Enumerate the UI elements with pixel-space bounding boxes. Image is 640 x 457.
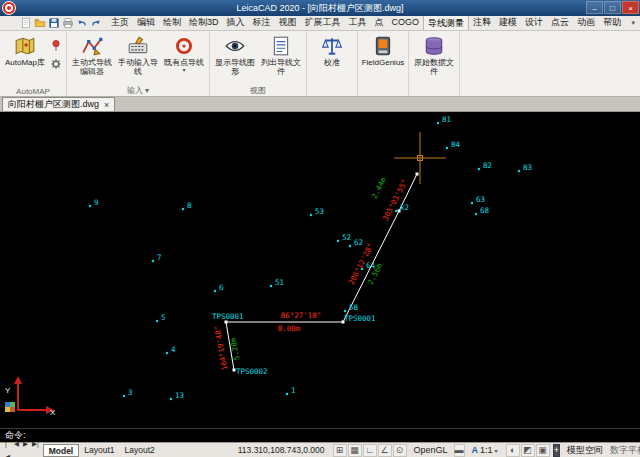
tab-绘制3D[interactable]: 绘制3D (185, 15, 223, 30)
tab-插入[interactable]: 插入 (223, 15, 249, 30)
ribbon-group-label: 输入 ▾ (67, 85, 209, 96)
point-label: 81 (442, 115, 451, 124)
point-label: 58 (349, 303, 358, 312)
ribbon-group-输入: 主动式导线编辑器手动输入导线既有点导线▾输入 ▾ (67, 31, 210, 97)
svg-text:Y: Y (5, 386, 11, 395)
annotation-scale-button[interactable]: A 1:1 ▾ (472, 445, 498, 455)
point-label: 7 (157, 253, 162, 262)
save-icon[interactable] (47, 16, 61, 30)
point-label: 68 (480, 206, 489, 215)
tab-绘制[interactable]: 绘制 (159, 15, 185, 30)
drawing-toggle-icons: ⊞▦∟∠⊙ (333, 444, 407, 457)
new-file-icon[interactable] (19, 16, 33, 30)
layout-nav-buttons: |◀◀▶▶| (3, 437, 41, 457)
ribbon-button-label: 主动式导线编辑器 (69, 58, 115, 76)
status-bar: |◀◀▶▶| ModelLayout1Layout2 113.310,108.7… (0, 442, 640, 457)
list-traverse-files-button[interactable]: 列出导线文件 (258, 33, 304, 76)
annotation-visibility-icon[interactable]: ◐ (506, 444, 520, 457)
opengl-button[interactable]: OpenGL (414, 445, 448, 455)
calibrate-button[interactable]: 校准 (309, 33, 355, 67)
open-file-icon[interactable] (33, 16, 47, 30)
layout-nav-button-2[interactable]: ▶ (21, 437, 30, 457)
lineweight-toggle-icon[interactable]: ▬ (454, 444, 465, 457)
document-tab[interactable]: 向阳村棚户区测图.dwg × (2, 97, 115, 111)
crosshair-toggle-icon[interactable]: + (553, 444, 560, 457)
show-traverse-graphics-button[interactable]: 显示导线图形 (212, 33, 258, 76)
tab-点[interactable]: 点 (371, 15, 388, 30)
point-label: 4 (171, 345, 176, 354)
close-button[interactable]: × (622, 1, 639, 14)
tab-编辑[interactable]: 编辑 (133, 15, 159, 30)
point-label: 52 (342, 233, 351, 242)
snap-toggle-icon[interactable]: ⊞ (333, 444, 347, 457)
grid-toggle-icon[interactable]: ▦ (348, 444, 362, 457)
tablet-button[interactable]: 数字平板 (610, 444, 640, 457)
point-label: 83 (523, 163, 532, 172)
tab-动画[interactable]: 动画 (573, 15, 599, 30)
tab-标注[interactable]: 标注 (249, 15, 275, 30)
tab-点云[interactable]: 点云 (547, 15, 573, 30)
point-label: 9 (94, 198, 99, 207)
menubar: 主页编辑绘制绘制3D插入标注视图扩展工具工具点COGO导线测量注释建模设计点云动… (0, 16, 640, 31)
ribbon-button-label: 既有点导线 (164, 58, 204, 67)
print-icon[interactable] (61, 16, 75, 30)
automap-pin-button[interactable] (48, 37, 64, 53)
quick-access-toolbar (19, 15, 103, 30)
layout-nav-button-1[interactable]: ◀ (12, 437, 21, 457)
ribbon-button-label: 校准 (324, 58, 340, 67)
drawing-canvas[interactable]: XY8184828398636853k2526264751658543131TP… (0, 112, 640, 428)
undo-icon[interactable] (75, 16, 89, 30)
point-label: 1 (291, 386, 296, 395)
station-label: TPS0001 (212, 312, 244, 321)
polar-toggle-icon[interactable]: ∠ (378, 444, 392, 457)
automap-library-button[interactable]: AutoMap库 (2, 33, 48, 67)
layout-nav-button-3[interactable]: ▶| (30, 437, 41, 457)
leicacad-window: LeicaCAD 2020 - [向阳村棚户区测图.dwg] – □ × 主页编… (0, 0, 640, 457)
point-label: 82 (483, 161, 492, 170)
fieldgenius-button[interactable]: FieldGenius (360, 33, 406, 67)
ribbon-button-label: AutoMap库 (5, 58, 45, 67)
traverse-editor-icon (81, 35, 103, 57)
tab-设计[interactable]: 设计 (521, 15, 547, 30)
tab-注释[interactable]: 注释 (469, 15, 495, 30)
ribbon-button-label: 列出导线文件 (258, 58, 304, 76)
point-label: 8 (187, 201, 192, 210)
tab-主页[interactable]: 主页 (107, 15, 133, 30)
ribbon-group: 校准 (307, 31, 358, 97)
automap-settings-button[interactable] (48, 56, 64, 72)
ribbon: AutoMap库AutoMAP主动式导线编辑器手动输入导线既有点导线▾输入 ▾显… (0, 31, 640, 97)
traverse-drawing: XY (0, 112, 640, 428)
model-space-button[interactable]: 模型空间 (567, 444, 603, 457)
ribbon-collapse-chevron-icon[interactable]: ▾ (626, 15, 640, 30)
layout-nav-button-0[interactable]: |◀ (3, 437, 12, 457)
tab-视图[interactable]: 视图 (275, 15, 301, 30)
layout-tab-Model[interactable]: Model (43, 444, 80, 457)
active-traverse-editor-button[interactable]: 主动式导线编辑器 (69, 33, 115, 76)
tab-扩展工具[interactable]: 扩展工具 (301, 15, 345, 30)
maximize-button[interactable]: □ (604, 1, 621, 14)
command-line[interactable]: 命令: (0, 428, 640, 442)
tab-建模[interactable]: 建模 (495, 15, 521, 30)
autoscale-icon[interactable]: ◩ (521, 444, 535, 457)
tab-导线测量[interactable]: 导线测量 (423, 15, 469, 30)
existing-point-traverse-button[interactable]: 既有点导线▾ (161, 33, 207, 73)
layout-tab-Layout1[interactable]: Layout1 (79, 444, 119, 457)
tab-COGO[interactable]: COGO (388, 15, 424, 30)
list-files-icon (270, 35, 292, 57)
tab-工具[interactable]: 工具 (345, 15, 371, 30)
tab-帮助[interactable]: 帮助 (599, 15, 625, 30)
minimize-button[interactable]: – (586, 1, 603, 14)
manual-input-traverse-button[interactable]: 手动输入导线 (115, 33, 161, 76)
document-tab-close-icon[interactable]: × (104, 100, 109, 110)
layout-tab-Layout2[interactable]: Layout2 (119, 444, 159, 457)
coordinates-readout: 113.310,108.743,0.000 (238, 445, 325, 455)
redo-icon[interactable] (89, 16, 103, 30)
ortho-toggle-icon[interactable]: ∟ (363, 444, 377, 457)
workspace-icon[interactable]: ▣ (536, 444, 550, 457)
raw-data-files-button[interactable]: 原始数据文件 (411, 33, 457, 76)
point-label: 5 (161, 313, 166, 322)
osnap-toggle-icon[interactable]: ⊙ (393, 444, 407, 457)
point-label: 63 (476, 195, 485, 204)
ribbon-button-label: 原始数据文件 (411, 58, 457, 76)
raw-data-icon (423, 35, 445, 57)
